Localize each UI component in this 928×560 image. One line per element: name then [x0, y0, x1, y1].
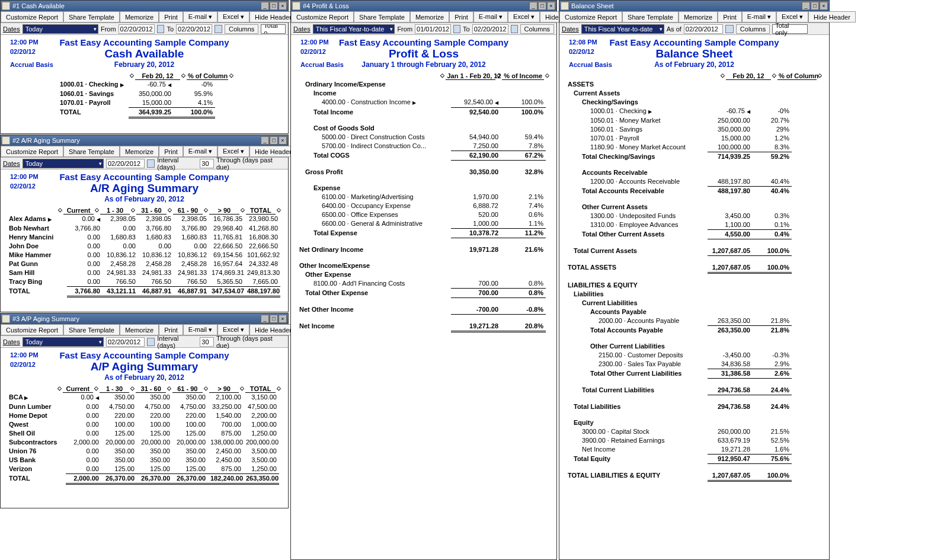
section-header[interactable]: Expense	[297, 184, 551, 193]
table-row[interactable]: Total Liabilities294,736.5824.4%	[565, 402, 823, 411]
excel-button[interactable]: Excel ▾	[217, 146, 249, 157]
table-row[interactable]: Subcontractors2,000.0020,000.0020,000.00…	[7, 438, 282, 447]
table-total-row[interactable]: TOTAL2,000.0026,370.0026,370.0026,370.00…	[7, 474, 282, 485]
table-row[interactable]: Net Income19,271.281.6%	[565, 445, 823, 455]
table-row[interactable]: Tracy Bing0.00766.50766.50766.505,365.50…	[7, 277, 282, 287]
maximize-button[interactable]: □	[811, 2, 819, 10]
table-row[interactable]: 4000.00 · Construction Income ▶92,540.00…	[297, 98, 551, 108]
columns-button[interactable]: Columns	[736, 24, 770, 34]
table-row[interactable]: Total Checking/Savings714,939.2559.2%	[565, 152, 823, 161]
dates-select[interactable]: This Fiscal Year-to-date	[313, 24, 395, 34]
dates-select[interactable]: Today	[23, 337, 104, 347]
calendar-icon[interactable]	[215, 25, 222, 33]
table-row[interactable]: US Bank0.00350.00350.00350.002,450.003,5…	[7, 456, 282, 465]
titlebar[interactable]: #2 A/R Aging Summary _□×	[1, 135, 288, 146]
table-row[interactable]: Mike Hammer0.0010,836.1210,836.1210,836.…	[7, 251, 282, 260]
table-row[interactable]: 5000.00 · Direct Construction Costs54,94…	[297, 133, 551, 142]
table-row[interactable]: Net Income19,271.2820.8%	[297, 322, 551, 332]
customize-report-button[interactable]: Customize Report	[1, 324, 63, 335]
table-row[interactable]: 1070.01 · Payroll15,000.004.1%	[57, 98, 282, 108]
table-row[interactable]: Alex Adams ▶0.00 ◀2,398.052,398.052,398.…	[7, 215, 282, 224]
minimize-button[interactable]: _	[261, 136, 269, 145]
share-template-button[interactable]: Share Template	[63, 146, 120, 157]
section-header[interactable]: Accounts Payable	[565, 308, 823, 316]
table-row[interactable]: Henry Mancini0.001,680.831,680.831,680.8…	[7, 233, 282, 242]
memorize-button[interactable]: Memorize	[679, 11, 718, 23]
section-header[interactable]: Liabilities	[565, 290, 823, 299]
table-row[interactable]: Total Expense10,378.7211.2%	[297, 229, 551, 238]
table-row[interactable]: 1310.00 · Employee Advances1,100.000.1%	[565, 220, 823, 230]
email-button[interactable]: E-mail ▾	[473, 11, 508, 23]
table-total-row[interactable]: TOTAL3,766.8043,121.1146,887.9146,887.91…	[7, 287, 282, 297]
print-button[interactable]: Print	[718, 11, 742, 23]
table-row[interactable]: Pat Gunn0.002,458.282,458.282,458.2816,9…	[7, 260, 282, 268]
table-row[interactable]: Union 760.00350.00350.00350.002,450.003,…	[7, 447, 282, 456]
minimize-button[interactable]: _	[261, 2, 269, 10]
section-header[interactable]: Current Assets	[565, 89, 823, 98]
titlebar[interactable]: #4 Profit & Loss _□×	[291, 1, 556, 11]
memorize-button[interactable]: Memorize	[410, 11, 449, 23]
dates-select[interactable]: This Fiscal Year-to-date	[581, 24, 664, 34]
close-button[interactable]: ×	[547, 2, 555, 10]
section-header[interactable]: Other Current Liabilities	[565, 342, 823, 351]
share-template-button[interactable]: Share Template	[354, 11, 410, 23]
calendar-icon[interactable]	[453, 25, 460, 33]
table-row[interactable]: Sam Hill0.0024,981.3324,981.3324,981.331…	[7, 268, 282, 277]
table-row[interactable]: 1070.01 · Payroll15,000.001.2%	[565, 134, 823, 143]
table-row[interactable]: John Doe0.000.000.000.0022,666.5022,666.…	[7, 242, 282, 251]
table-row[interactable]: 1060.01 · Savings350,000.0029%	[565, 125, 823, 134]
email-button[interactable]: E-mail ▾	[183, 11, 217, 23]
calendar-icon[interactable]	[157, 25, 165, 33]
table-row[interactable]: 1000.01 · Checking ▶-60.75 ◀-0%	[565, 107, 823, 116]
section-header[interactable]: Ordinary Income/Expense	[297, 80, 551, 89]
section-header[interactable]: LIABILITIES & EQUITY	[565, 281, 823, 290]
calendar-icon[interactable]	[725, 25, 734, 33]
to-date-input[interactable]: 02/20/2012	[176, 24, 212, 34]
table-row[interactable]: Net Other Income-700.00-0.8%	[297, 305, 551, 315]
table-row[interactable]: Total Equity912,950.4775.6%	[565, 455, 823, 464]
table-row[interactable]: Total Income92,540.00100.0%	[297, 108, 551, 117]
hide-header-button[interactable]: Hide Header	[249, 146, 297, 157]
date-input[interactable]: 02/20/2012	[106, 159, 145, 168]
columns-select[interactable]: Total only	[772, 24, 808, 34]
excel-button[interactable]: Excel ▾	[776, 11, 808, 23]
table-row[interactable]: TOTAL ASSETS1,207,687.05100.0%	[565, 263, 823, 274]
maximize-button[interactable]: □	[270, 2, 278, 10]
date-input[interactable]: 02/20/2012	[106, 337, 145, 347]
columns-button[interactable]: Columns	[520, 24, 554, 34]
table-row[interactable]: 6400.00 · Occupancy Expense6,888.727.4%	[297, 201, 551, 210]
table-row[interactable]: Verizon0.00125.00125.00125.00875.001,250…	[7, 465, 282, 474]
table-row[interactable]: Total Other Current Liabilities31,386.58…	[565, 369, 823, 379]
close-button[interactable]: ×	[279, 136, 287, 145]
calendar-icon[interactable]	[511, 25, 518, 33]
interval-input[interactable]: 30	[200, 159, 214, 168]
section-header[interactable]: Current Liabilities	[565, 299, 823, 308]
table-row[interactable]: Total Other Expense700.000.8%	[297, 289, 551, 298]
hide-header-button[interactable]: Hide Header	[249, 324, 297, 335]
share-template-button[interactable]: Share Template	[63, 11, 120, 23]
maximize-button[interactable]: □	[538, 2, 546, 10]
print-button[interactable]: Print	[159, 324, 183, 335]
from-date-input[interactable]: 01/01/2012	[415, 24, 451, 34]
table-row[interactable]: Total COGS62,190.0067.2%	[297, 151, 551, 161]
table-row[interactable]: Total Accounts Receivable488,197.8040.4%	[565, 187, 823, 196]
section-header[interactable]: Other Current Assets	[565, 203, 823, 212]
section-header[interactable]: Other Income/Expense	[297, 261, 551, 270]
memorize-button[interactable]: Memorize	[120, 11, 159, 23]
customize-report-button[interactable]: Customize Report	[291, 11, 354, 23]
calendar-icon[interactable]	[147, 159, 155, 168]
hide-header-button[interactable]: Hide Header	[249, 11, 297, 23]
table-row[interactable]: Gross Profit30,350.0032.8%	[297, 168, 551, 177]
section-header[interactable]: Equity	[565, 418, 823, 427]
table-row[interactable]: BCA ▶0.00 ◀350.00350.00350.002,100.003,1…	[7, 393, 282, 402]
table-row[interactable]: 1180.90 · Money Market Account100,000.00…	[565, 143, 823, 152]
table-row[interactable]: 1060.01 · Savings350,000.0095.9%	[57, 89, 282, 98]
table-row[interactable]: 6500.00 · Office Expenses520.000.6%	[297, 210, 551, 219]
dates-select[interactable]: Today	[23, 24, 98, 34]
hide-header-button[interactable]: Hide Header	[808, 11, 856, 23]
table-row[interactable]: Total Current Liabilities294,736.5824.4%	[565, 386, 823, 395]
table-row[interactable]: 8100.00 · Add'l Financing Costs700.000.8…	[297, 279, 551, 289]
titlebar[interactable]: #1 Cash Available _ □ ×	[1, 1, 288, 11]
table-row[interactable]: 3000.00 · Capital Stock260,000.0021.5%	[565, 427, 823, 436]
table-row[interactable]: 2300.00 · Sales Tax Payable34,836.582.9%	[565, 360, 823, 369]
